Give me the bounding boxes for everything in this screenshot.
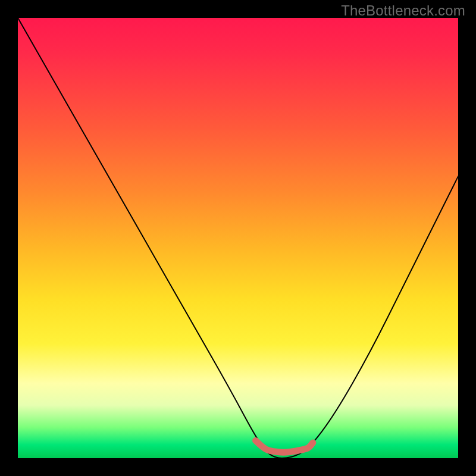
chart-frame: TheBottleneck.com — [0, 0, 476, 476]
bottleneck-curve — [18, 18, 458, 458]
watermark-text: TheBottleneck.com — [341, 2, 465, 19]
chart-svg — [18, 18, 458, 458]
optimal-highlight — [256, 440, 313, 452]
plot-area — [18, 18, 458, 458]
